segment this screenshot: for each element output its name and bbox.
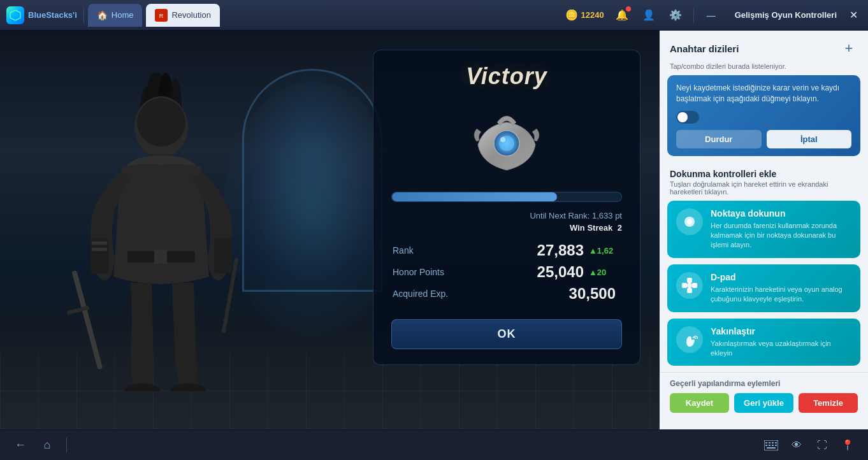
tap-content: Noktaya dokunun Her durumda farenizi kul… xyxy=(711,208,851,250)
svg-point-19 xyxy=(170,384,206,391)
medal xyxy=(472,100,542,183)
rank-row: Rank 27,883 ▲1,62 xyxy=(393,241,621,259)
footer-title: Geçerli yapılandırma eylemleri xyxy=(670,379,858,388)
ok-button[interactable]: OK xyxy=(391,319,622,349)
zoom-control-card[interactable]: Yakınlaştır Yakınlaştırmak veya uzaklaşt… xyxy=(667,319,860,366)
back-btn[interactable]: ← xyxy=(10,435,31,456)
svg-rect-31 xyxy=(692,283,697,288)
recording-card: Neyi kaydetmek istediğinize karar verin … xyxy=(667,75,860,156)
victory-panel: Victory xyxy=(373,50,640,365)
top-bar-right: 🪙 12240 🔔 👤 ⚙️ — Gelişmiş Oyun Kontrolle… xyxy=(565,6,862,24)
svg-point-9 xyxy=(137,98,185,147)
rank-label: Rank xyxy=(393,245,414,255)
svg-rect-42 xyxy=(767,447,776,449)
svg-marker-1 xyxy=(12,12,18,18)
fullscreen-icon[interactable]: ⛶ xyxy=(812,435,832,456)
dpad-desc: Karakterinizin hareketini veya oyun anal… xyxy=(711,285,851,305)
zoom-desc: Yakınlaştırmak veya uzaklaştırmak için e… xyxy=(711,339,851,359)
tap-icon xyxy=(676,208,703,235)
brand-label: BlueStacks'i xyxy=(28,10,77,20)
stats-table: Rank 27,883 ▲1,62 Honor Points 25,040 ▲2… xyxy=(391,240,622,308)
svg-rect-17 xyxy=(214,238,232,273)
toggle-knob xyxy=(677,112,688,122)
win-streak-label: Win Streak xyxy=(570,223,612,233)
svg-rect-37 xyxy=(775,442,777,443)
side-panel-header: Anahtar dizileri + xyxy=(660,31,868,62)
tap-control-card[interactable]: Noktaya dokunun Her durumda farenizi kul… xyxy=(667,201,860,258)
notification-btn[interactable]: 🔔 xyxy=(613,6,631,24)
close-btn[interactable]: ✕ xyxy=(846,8,862,22)
keyboard-icon[interactable] xyxy=(761,435,781,456)
zoom-icon xyxy=(676,326,703,353)
medal-container xyxy=(391,100,622,183)
touch-section-desc: Tuşları doğrulamak için hareket ettirin … xyxy=(660,180,868,201)
medal-svg xyxy=(472,100,542,183)
rank-value: 27,883 xyxy=(533,241,584,259)
svg-point-25 xyxy=(500,137,505,142)
tab-home[interactable]: 🏠 Home xyxy=(88,4,143,27)
dpad-content: D-pad Karakterinizin hareketini veya oyu… xyxy=(711,272,851,305)
dpad-control-card[interactable]: D-pad Karakterinizin hareketini veya oyu… xyxy=(667,264,860,312)
add-sequence-btn[interactable]: + xyxy=(840,40,858,57)
svg-rect-35 xyxy=(769,442,770,443)
home-btn[interactable]: ⌂ xyxy=(37,435,57,456)
coin-icon: 🪙 xyxy=(565,9,578,21)
cancel-btn[interactable]: İptal xyxy=(767,130,852,148)
coins-display: 🪙 12240 xyxy=(565,9,604,21)
top-bar: BlueStacks'i 🏠 Home R Revolution 🪙 12240… xyxy=(0,0,868,31)
side-panel: Anahtar dizileri + Tap/combo dizileri bu… xyxy=(660,31,868,429)
honor-value: 25,040 xyxy=(533,263,584,281)
save-btn[interactable]: Kaydet xyxy=(670,393,729,413)
window-title: Gelişmiş Oyun Kontrolleri xyxy=(735,10,837,20)
svg-rect-30 xyxy=(682,283,687,288)
bottom-separator xyxy=(66,438,67,453)
svg-text:R: R xyxy=(159,13,164,19)
bluestacks-logo xyxy=(6,6,24,24)
tap-desc: Her durumda farenizi kullanmak zorunda k… xyxy=(711,221,851,250)
tab-home-label: Home xyxy=(112,10,134,20)
honor-row: Honor Points 25,040 ▲20 xyxy=(393,263,621,281)
svg-rect-29 xyxy=(687,288,692,293)
bottom-game-icons: 👁 ⛶ 📍 xyxy=(761,435,858,456)
exp-label: Acquired Exp. xyxy=(393,289,448,299)
tab-revolution-label: Revolution xyxy=(171,10,210,20)
svg-rect-13 xyxy=(154,250,167,264)
honor-delta: ▲20 xyxy=(589,268,621,277)
svg-point-32 xyxy=(687,283,692,288)
clear-btn[interactable]: Temizle xyxy=(799,393,858,413)
footer-section: Geçerli yapılandırma eylemleri Kaydet Ge… xyxy=(660,372,868,417)
svg-rect-41 xyxy=(775,445,777,446)
svg-rect-38 xyxy=(765,445,767,446)
exp-row: Acquired Exp. 30,500 xyxy=(393,285,621,303)
character xyxy=(38,73,280,391)
side-panel-subtitle: Tap/combo dizileri burada listeleniyor. xyxy=(660,62,868,75)
side-panel-title: Anahtar dizileri xyxy=(670,43,739,54)
tap-title: Noktaya dokunun xyxy=(711,208,851,219)
main-area: Victory xyxy=(0,31,868,429)
location-icon[interactable]: 📍 xyxy=(837,435,858,456)
game-viewport: Victory xyxy=(0,31,660,429)
svg-rect-39 xyxy=(769,445,770,446)
svg-rect-20 xyxy=(71,270,103,370)
minimize-btn[interactable]: — xyxy=(703,9,720,22)
zoom-title: Yakınlaştır xyxy=(711,326,851,336)
exp-value: 30,500 xyxy=(565,285,616,303)
recording-toggle-row xyxy=(676,111,851,124)
svg-rect-34 xyxy=(765,442,767,443)
recording-desc: Neyi kaydetmek istediğinize karar verin … xyxy=(676,83,851,104)
win-streak: Win Streak 2 xyxy=(391,223,622,233)
honor-label: Honor Points xyxy=(393,267,444,277)
eye-icon[interactable]: 👁 xyxy=(786,435,807,456)
ctrl-separator xyxy=(693,8,694,23)
tab-revolution[interactable]: R Revolution xyxy=(146,4,219,27)
pause-btn[interactable]: Durdur xyxy=(676,130,762,148)
footer-buttons: Kaydet Geri yükle Temizle xyxy=(670,393,858,413)
svg-rect-40 xyxy=(772,445,774,446)
reload-btn[interactable]: Geri yükle xyxy=(734,393,793,413)
revolution-icon: R xyxy=(155,9,168,22)
home-icon: 🏠 xyxy=(97,10,108,20)
recording-toggle[interactable] xyxy=(676,111,699,124)
settings-btn[interactable]: ⚙️ xyxy=(667,6,684,24)
svg-rect-28 xyxy=(687,278,692,283)
profile-btn[interactable]: 👤 xyxy=(640,6,658,24)
